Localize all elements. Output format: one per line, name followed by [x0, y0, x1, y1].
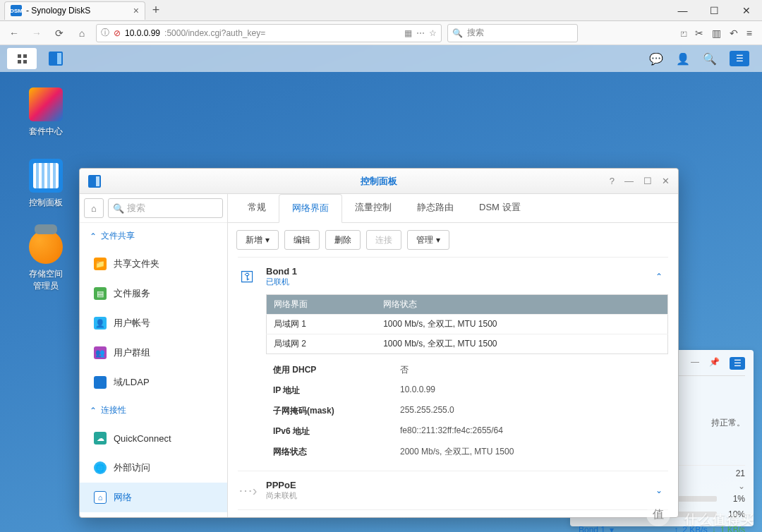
sidebar-search[interactable]: 🔍搜索	[108, 198, 223, 218]
close-icon[interactable]: ×	[133, 5, 139, 16]
sidebar-section-connectivity[interactable]: ⌃连接性	[80, 397, 227, 423]
chevron-down-icon: ▾	[436, 235, 440, 245]
share-icon: ⚿	[238, 267, 258, 286]
sidebar-item-label: 用户群组	[114, 346, 150, 359]
new-tab-button[interactable]: +	[145, 3, 167, 18]
sidebar-item-ldap[interactable]: 👤域/LDAP	[80, 368, 227, 397]
close-icon[interactable]: ✕	[662, 176, 670, 186]
panel-status: 尚未联机	[266, 490, 297, 501]
table-row[interactable]: 局域网 11000 Mb/s, 全双工, MTU 1500	[267, 315, 668, 334]
sidebar-item-label: 域/LDAP	[114, 376, 150, 389]
panel-bond1: ⚿ Bond 1已联机 ⌃ 网络界面网络状态 局域网 11000 Mb/s, 全…	[238, 257, 668, 471]
sidebar-item-dhcp[interactable]: ⚙DHCP Server	[80, 512, 227, 517]
home-button[interactable]: ⌂	[84, 198, 104, 218]
chevron-icon: ⌃	[90, 406, 97, 416]
th-interface: 网络界面	[267, 295, 377, 315]
desktop-icon-control-panel[interactable]: 控制面板	[21, 159, 71, 209]
back-button[interactable]: ←	[6, 25, 23, 42]
delete-button[interactable]: 删除	[325, 230, 361, 250]
desktop-icon-package-center[interactable]: 套件中心	[21, 87, 71, 138]
sidebar-item-network[interactable]: ⌂网络	[80, 483, 227, 512]
chevron-down-icon: ⌄	[655, 485, 668, 495]
desktop-icon-storage-manager[interactable]: 存储空间管理员	[21, 230, 71, 292]
sidebar-item-label: 文件服务	[114, 287, 150, 300]
pin-icon[interactable]: 📌	[709, 357, 720, 370]
interface-table: 网络界面网络状态 局域网 11000 Mb/s, 全双工, MTU 1500 局…	[266, 294, 668, 354]
window-titlebar[interactable]: 控制面板 ? — ☐ ✕	[80, 169, 678, 194]
icon-label: 管理员	[21, 280, 71, 292]
taskbar-app-control-panel[interactable]	[41, 48, 71, 69]
block-icon[interactable]: ⊘	[114, 28, 121, 38]
kv-row: 子网掩码(mask)255.255.255.0	[266, 401, 668, 421]
url-path: :5000/index.cgi?auth_key=	[164, 28, 265, 38]
sidebar-item-label: 网络	[114, 491, 132, 504]
panel-status: 已联机	[266, 277, 297, 287]
tab-traffic-control[interactable]: 流量控制	[342, 194, 404, 222]
manage-button[interactable]: 管理▾	[407, 230, 449, 250]
tab-dsm-settings[interactable]: DSM 设置	[466, 194, 533, 222]
minimize-icon[interactable]: —	[691, 357, 699, 370]
undo-icon[interactable]: ↶	[730, 28, 738, 39]
url-bar[interactable]: ⓘ ⊘ 10.0.0.99:5000/index.cgi?auth_key= ▦…	[96, 24, 442, 42]
status-text: 持正常。	[711, 417, 745, 429]
sidebar-section-fileshare[interactable]: ⌃文件共享	[80, 223, 227, 249]
chat-icon[interactable]: 💬	[649, 52, 663, 66]
home-button[interactable]: ⌂	[73, 25, 90, 42]
bond-label[interactable]: Bond 1	[579, 525, 605, 532]
kv-row: 使用 DHCP否	[266, 360, 668, 380]
watermark-text: 什么值得买	[684, 511, 755, 528]
search-icon[interactable]: 🔍	[703, 52, 717, 66]
kv-row: IPv6 地址fe80::211:32ff:fe4c:2655/64	[266, 421, 668, 442]
panel-header-pppoe[interactable]: ⋯› PPPoE尚未联机 ⌄	[238, 480, 668, 501]
watermark-badge: 值	[646, 502, 670, 526]
connect-button: 连接	[366, 230, 401, 250]
widget-icon[interactable]: ☰	[730, 357, 745, 370]
sidebar-item-file-services[interactable]: ▤文件服务	[80, 279, 227, 308]
browser-tab[interactable]: DSM - Synology DiskS ×	[4, 1, 145, 20]
chevron-icon: ⌃	[90, 231, 97, 241]
forward-button[interactable]: →	[28, 25, 45, 42]
cpu-pct: 1%	[722, 494, 745, 504]
sidebar-item-external-access[interactable]: 🌐外部访问	[80, 453, 227, 483]
more-icon[interactable]: ⋯	[416, 28, 425, 38]
url-host: 10.0.0.99	[125, 28, 160, 38]
app-icon	[88, 175, 101, 188]
sidebar-item-quickconnect[interactable]: ☁QuickConnect	[80, 423, 227, 453]
main-menu-button[interactable]	[7, 48, 37, 69]
edit-button[interactable]: 编辑	[284, 230, 320, 250]
minimize-icon[interactable]: —	[624, 176, 634, 186]
search-icon: 🔍	[452, 28, 463, 38]
widget-toggle-icon[interactable]: ☰	[730, 51, 749, 66]
help-icon[interactable]: ?	[610, 176, 615, 186]
tab-general[interactable]: 常规	[235, 194, 279, 222]
sidebar-item-user[interactable]: 👤用户帐号	[80, 308, 227, 338]
reload-button[interactable]: ⟳	[51, 25, 68, 42]
panel-header-bond1[interactable]: ⚿ Bond 1已联机 ⌃	[238, 266, 668, 287]
menu-icon[interactable]: ≡	[746, 28, 752, 39]
close-button[interactable]: ✕	[730, 0, 762, 21]
screenshot-icon[interactable]: ✂	[695, 28, 703, 39]
maximize-button[interactable]: ☐	[698, 0, 730, 21]
tab-static-route[interactable]: 静态路由	[404, 194, 466, 222]
sidebar-item-group[interactable]: 👥用户群组	[80, 338, 227, 368]
star-icon[interactable]: ☆	[429, 28, 437, 38]
info-icon[interactable]: ⓘ	[101, 27, 109, 39]
user-icon[interactable]: 👤	[676, 52, 690, 66]
browser-toolbar: ← → ⟳ ⌂ ⓘ ⊘ 10.0.0.99:5000/index.cgi?aut…	[0, 21, 762, 45]
search-bar[interactable]: 🔍 搜索	[447, 24, 578, 42]
tab-network-interface[interactable]: 网络界面	[279, 194, 342, 223]
chevron-down-icon: ▾	[265, 235, 270, 245]
add-button[interactable]: 新增▾	[236, 230, 279, 250]
panel-title: Bond 1	[266, 266, 297, 277]
library-icon[interactable]: ⏍	[681, 28, 687, 39]
qr-icon[interactable]: ▦	[404, 28, 412, 38]
sidebar-icon[interactable]: ▥	[712, 28, 721, 39]
maximize-icon[interactable]: ☐	[643, 176, 652, 186]
table-row[interactable]: 局域网 21000 Mb/s, 全双工, MTU 1500	[267, 334, 668, 354]
minimize-button[interactable]: —	[667, 0, 698, 21]
th-status: 网络状态	[376, 295, 667, 315]
chevron-up-icon: ⌃	[655, 272, 668, 282]
sidebar-item-shared-folder[interactable]: 📁共享文件夹	[80, 249, 227, 279]
panel-ipv6-tunnel: ⋯› IPv6 隧道尚未联机 ⌄	[238, 509, 668, 517]
dsm-desktop: 💬 👤 🔍 ☰ 套件中心 控制面板 存储空间管理员 — 📌 ☰ 持正常。 21 …	[0, 45, 762, 532]
